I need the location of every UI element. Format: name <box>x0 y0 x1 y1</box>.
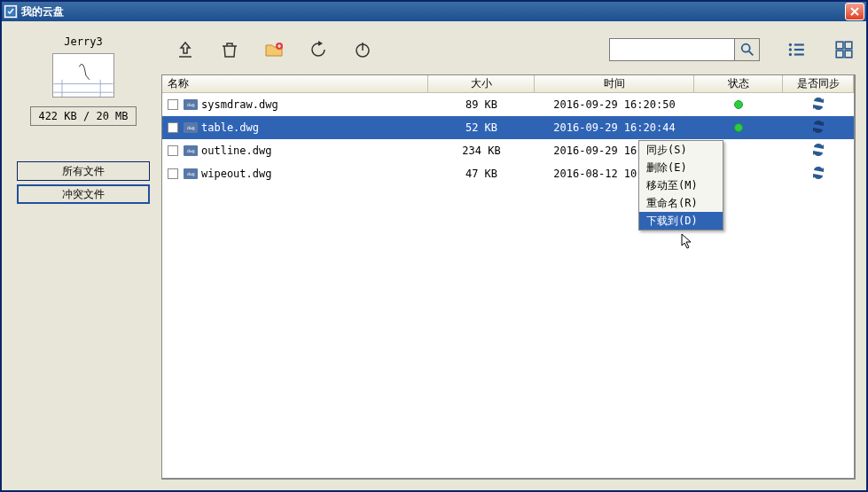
delete-button[interactable] <box>216 36 243 63</box>
menu-item-label: 同步(S) <box>646 143 687 158</box>
window: 我的云盘 Jerry3 422 KB / 20 MB 所有文件 冲突文件 <box>0 0 868 492</box>
svg-point-9 <box>741 44 749 52</box>
menu-item-label: 移动至(M) <box>646 178 698 193</box>
file-name: wipeout.dwg <box>201 168 271 180</box>
menu-item-sync[interactable]: 同步(S) <box>639 141 723 159</box>
window-title: 我的云盘 <box>21 4 845 20</box>
grid-view-button[interactable] <box>833 38 856 61</box>
app-icon <box>4 4 18 19</box>
file-icon <box>184 168 198 179</box>
sidebar-btn-all-files[interactable]: 所有文件 <box>17 161 150 181</box>
status-dot-icon <box>734 123 743 132</box>
file-name: table.dwg <box>201 121 259 134</box>
svg-rect-19 <box>836 51 843 58</box>
file-table: 名称 大小 时间 状态 是否同步 sysmdraw.dwg 89 KB 2016… <box>161 74 856 480</box>
menu-item-label: 删除(E) <box>646 160 687 176</box>
table-row[interactable]: sysmdraw.dwg 89 KB 2016-09-29 16:20:50 <box>162 93 854 116</box>
menu-item-label: 下载到(D) <box>646 214 698 229</box>
sync-icon[interactable] <box>811 98 825 113</box>
svg-point-13 <box>789 48 792 51</box>
sidebar: Jerry3 422 KB / 20 MB 所有文件 冲突文件 <box>12 32 154 480</box>
list-view-button[interactable] <box>785 38 808 61</box>
refresh-button[interactable] <box>305 36 332 63</box>
svg-point-15 <box>789 53 792 56</box>
file-time: 2016-09-29 16:20:50 <box>553 98 675 111</box>
svg-rect-17 <box>836 42 843 49</box>
preview-thumbnail <box>52 53 114 98</box>
sidebar-btn-conflict-files[interactable]: 冲突文件 <box>17 184 150 204</box>
titlebar: 我的云盘 <box>2 2 866 21</box>
file-size: 52 KB <box>465 121 497 134</box>
power-button[interactable] <box>349 36 376 63</box>
file-size: 89 KB <box>465 98 497 111</box>
main-panel: 名称 大小 时间 状态 是否同步 sysmdraw.dwg 89 KB 2016… <box>161 32 856 480</box>
menu-item-label: 重命名(R) <box>646 196 698 211</box>
menu-item-rename[interactable]: 重命名(R) <box>639 194 723 212</box>
sidebar-btn-label: 所有文件 <box>62 164 105 179</box>
toolbar <box>161 32 856 67</box>
search-input[interactable] <box>610 39 734 60</box>
menu-item-download-to[interactable]: 下载到(D) <box>639 212 723 230</box>
row-checkbox[interactable] <box>168 168 178 179</box>
col-header-status[interactable]: 状态 <box>694 75 783 92</box>
col-header-size[interactable]: 大小 <box>428 75 535 92</box>
file-name: outline.dwg <box>201 144 271 157</box>
file-icon <box>184 99 198 110</box>
table-row[interactable]: outline.dwg 234 KB 2016-09-29 16:20:38 <box>162 139 854 162</box>
row-checkbox[interactable] <box>168 145 178 156</box>
col-header-time[interactable]: 时间 <box>535 75 694 92</box>
svg-rect-18 <box>845 42 852 49</box>
table-header: 名称 大小 时间 状态 是否同步 <box>162 75 854 93</box>
table-row[interactable]: wipeout.dwg 47 KB 2016-08-12 10:54:09 <box>162 162 854 185</box>
status-dot-icon <box>734 100 743 109</box>
storage-usage: 422 KB / 20 MB <box>30 106 136 126</box>
sync-icon[interactable] <box>811 167 825 182</box>
row-checkbox[interactable] <box>168 99 178 110</box>
col-header-name[interactable]: 名称 <box>162 75 428 92</box>
file-name: sysmdraw.dwg <box>201 98 278 111</box>
table-row[interactable]: table.dwg 52 KB 2016-09-29 16:20:44 <box>162 116 854 139</box>
upload-button[interactable] <box>172 36 199 63</box>
new-folder-button[interactable] <box>261 36 287 63</box>
file-time: 2016-09-29 16:20:44 <box>553 121 675 134</box>
file-icon <box>184 145 198 156</box>
menu-item-move-to[interactable]: 移动至(M) <box>639 176 723 194</box>
context-menu: 同步(S) 删除(E) 移动至(M) 重命名(R) 下载到(D) <box>638 140 723 230</box>
svg-rect-20 <box>845 51 852 58</box>
file-icon <box>184 122 198 133</box>
search-button[interactable] <box>734 39 759 60</box>
close-button[interactable] <box>845 3 864 20</box>
search-wrap <box>609 38 760 61</box>
svg-point-11 <box>789 43 792 46</box>
file-size: 47 KB <box>465 168 497 180</box>
file-size: 234 KB <box>462 144 500 157</box>
cursor-icon <box>681 233 695 254</box>
svg-line-10 <box>748 51 753 56</box>
content-area: Jerry3 422 KB / 20 MB 所有文件 冲突文件 <box>2 21 866 490</box>
sync-icon[interactable] <box>811 121 825 136</box>
menu-item-delete[interactable]: 删除(E) <box>639 159 723 176</box>
row-checkbox[interactable] <box>168 122 178 133</box>
username-label: Jerry3 <box>64 35 102 48</box>
sync-icon[interactable] <box>811 144 825 159</box>
col-header-sync[interactable]: 是否同步 <box>783 75 854 92</box>
sidebar-btn-label: 冲突文件 <box>62 187 105 202</box>
